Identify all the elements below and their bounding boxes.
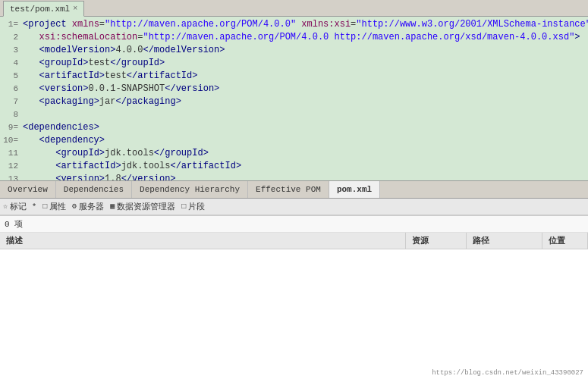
line-code: xsi:schemaLocation="http://maven.apache.…	[23, 31, 580, 44]
code-line-3: 3 <modelVersion>4.0.0</modelVersion>	[0, 44, 588, 57]
line-number: 1=	[0, 18, 23, 31]
line-number: 7	[0, 96, 23, 108]
line-code: <version>0.0.1-SNAPSHOT</version>	[23, 83, 219, 96]
line-number: 12	[0, 160, 23, 173]
bookmark-label: 标记 *	[10, 201, 36, 212]
line-number: 3	[0, 44, 23, 57]
line-code: <project xmlns="http://maven.apache.org/…	[23, 18, 588, 31]
line-code: <version>1.8</version>	[23, 173, 176, 180]
bookmark-icon: ⚙	[72, 202, 77, 211]
code-line-6: 6 <version>0.0.1-SNAPSHOT</version>	[0, 83, 588, 96]
bookmark-item-标记 *[interactable]: ☆标记 *	[3, 201, 36, 212]
bookmark-label: 服务器	[79, 201, 104, 212]
code-line-1: 1=<project xmlns="http://maven.apache.or…	[0, 18, 588, 31]
code-line-11: 11 <groupId>jdk.tools</groupId>	[0, 147, 588, 160]
bookmark-icon: □	[42, 202, 47, 211]
line-number: 2	[0, 31, 23, 44]
bottom-tab-overview[interactable]: Overview	[0, 181, 56, 198]
bookmark-label: 数据资源管理器	[117, 201, 175, 212]
code-editor[interactable]: 1=<project xmlns="http://maven.apache.or…	[0, 17, 588, 180]
line-number: 11	[0, 147, 23, 160]
bookmark-item-服务器[interactable]: ⚙服务器	[72, 201, 104, 212]
line-number: 8	[0, 108, 23, 121]
problems-header: 描述 资源 路径 位置	[0, 233, 588, 249]
code-line-8: 8	[0, 108, 588, 121]
bottom-tab-pom.xml[interactable]: pom.xml	[329, 181, 380, 198]
problems-count: 0 项	[0, 216, 588, 233]
line-code: <packaging>jar</packaging>	[23, 96, 181, 108]
bookmark-bar: ☆标记 *□属性⚙服务器▦数据资源管理器□片段	[0, 199, 588, 215]
code-line-9: 9=<dependencies>	[0, 121, 588, 134]
code-line-12: 12 <artifactId>jdk.tools</artifactId>	[0, 160, 588, 173]
watermark: https://blog.csdn.net/weixin_43390027	[430, 368, 585, 377]
line-number: 4	[0, 57, 23, 70]
editor-area: 1=<project xmlns="http://maven.apache.or…	[0, 17, 588, 180]
header-desc: 描述	[0, 233, 406, 249]
line-number: 5	[0, 70, 23, 83]
tab-close-icon[interactable]: ×	[73, 5, 77, 13]
bottom-tab-dependencies[interactable]: Dependencies	[56, 181, 132, 198]
line-number: 13	[0, 173, 23, 180]
line-code: <dependency>	[23, 134, 105, 147]
line-number: 9=	[0, 121, 23, 134]
code-line-2: 2 xsi:schemaLocation="http://maven.apach…	[0, 31, 588, 44]
line-code: <groupId>test</groupId>	[23, 57, 165, 70]
line-code: <dependencies>	[23, 121, 99, 134]
problems-table: 描述 资源 路径 位置	[0, 233, 588, 380]
line-number: 10=	[0, 134, 23, 147]
code-line-13: 13 <version>1.8</version>	[0, 173, 588, 180]
header-location: 位置	[542, 233, 588, 249]
bookmark-icon: ▦	[110, 202, 115, 211]
code-line-7: 7 <packaging>jar</packaging>	[0, 96, 588, 108]
line-code: <groupId>jdk.tools</groupId>	[23, 147, 209, 160]
code-line-10: 10= <dependency>	[0, 134, 588, 147]
bottom-tab-dependency-hierarchy[interactable]: Dependency Hierarchy	[132, 181, 248, 198]
bottom-tab-bar: OverviewDependenciesDependency Hierarchy…	[0, 180, 588, 199]
bookmark-icon: □	[181, 202, 186, 211]
bookmark-icon: ☆	[3, 202, 8, 211]
editor-tab-bar: test/pom.xml ×	[0, 0, 588, 17]
bookmark-label: 片段	[188, 201, 205, 212]
problems-panel: 0 项 描述 资源 路径 位置	[0, 215, 588, 380]
code-line-4: 4 <groupId>test</groupId>	[0, 57, 588, 70]
file-tab-label: test/pom.xml	[10, 5, 70, 14]
header-path: 路径	[467, 233, 542, 249]
code-line-5: 5 <artifactId>test</artifactId>	[0, 70, 588, 83]
bookmark-item-片段[interactable]: □片段	[181, 201, 205, 212]
line-code: <modelVersion>4.0.0</modelVersion>	[23, 44, 225, 57]
line-number: 6	[0, 83, 23, 96]
line-code: <artifactId>test</artifactId>	[23, 70, 197, 83]
bottom-tab-effective-pom[interactable]: Effective POM	[248, 181, 329, 198]
file-tab[interactable]: test/pom.xml ×	[3, 1, 84, 17]
bookmark-item-数据资源管理器[interactable]: ▦数据资源管理器	[110, 201, 175, 212]
line-code: <artifactId>jdk.tools</artifactId>	[23, 160, 241, 173]
bookmark-item-属性[interactable]: □属性	[42, 201, 66, 212]
bookmark-label: 属性	[49, 201, 66, 212]
header-resource: 资源	[406, 233, 467, 249]
